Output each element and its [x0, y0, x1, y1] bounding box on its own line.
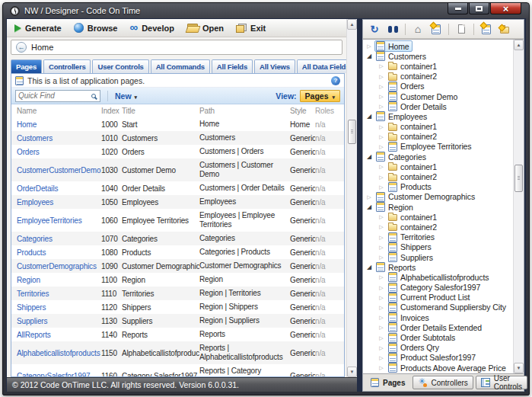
expand-arrow-icon[interactable]: ▷	[377, 325, 385, 330]
page-name-link[interactable]: Region	[17, 276, 40, 284]
table-row[interactable]: CategorySalesfor1997 1160 Category Sales…	[11, 364, 344, 376]
column-header-style[interactable]: Style	[290, 104, 315, 117]
expand-arrow-icon[interactable]: ▷	[377, 335, 385, 341]
tree-item-reports[interactable]: ◢ Reports	[363, 262, 513, 272]
left-scrollbar-track[interactable]	[347, 30, 357, 367]
expand-arrow-icon[interactable]: ▷	[377, 285, 385, 290]
page-name-link[interactable]: Home	[17, 120, 37, 129]
table-row[interactable]: CustomerDemographics 1090 Customer Demog…	[11, 259, 344, 273]
expand-arrow-icon[interactable]: ▷	[377, 305, 385, 310]
expand-arrow-icon[interactable]: ▷	[377, 63, 385, 69]
column-header-title[interactable]: Title	[122, 104, 199, 117]
tree-item-customer-demo[interactable]: ▷ Customer Demo	[363, 91, 513, 101]
tree-item-container2[interactable]: ▷ container2	[363, 171, 513, 181]
expand-arrow-icon[interactable]: ◢	[365, 53, 373, 59]
page-name-link[interactable]: Territories	[17, 290, 49, 298]
home-button[interactable]	[410, 22, 425, 37]
find-button[interactable]	[385, 22, 400, 37]
page-name-link[interactable]: AllReports	[17, 331, 51, 339]
explorer-tab-pages[interactable]: Pages	[365, 376, 410, 389]
open-button[interactable]: Open	[186, 24, 224, 33]
tab-all-commands[interactable]: All Commands	[151, 59, 210, 73]
tree-item-category-salesfor1997[interactable]: ▷ Category Salesfor1997	[363, 283, 513, 293]
page-name-link[interactable]: Employees	[17, 198, 53, 207]
tree-item-container1[interactable]: ▷ container1	[363, 212, 513, 222]
explorer-tab-controllers[interactable]: Controllers	[413, 376, 473, 389]
column-header-index[interactable]: Index	[101, 104, 122, 117]
expand-arrow-icon[interactable]: ▷	[377, 274, 385, 280]
page-name-link[interactable]: EmployeeTerritories	[17, 216, 82, 225]
refresh-button[interactable]	[367, 22, 382, 37]
tab-controllers[interactable]: Controllers	[43, 59, 91, 73]
tree-item-employees[interactable]: ◢ Employees	[363, 111, 513, 121]
scroll-up-icon[interactable]	[347, 19, 357, 30]
quick-find-input[interactable]	[18, 91, 91, 100]
tree-item-customer-demographics[interactable]: ▷ Customer Demographics	[363, 192, 513, 202]
table-row[interactable]: Orders 1020 Orders Customers | Orders Ge…	[11, 145, 344, 158]
expand-arrow-icon[interactable]: ▷	[377, 74, 385, 79]
tree-item-territories[interactable]: ▷ Territories	[363, 232, 513, 242]
expand-arrow-icon[interactable]: ▷	[377, 235, 385, 240]
tree-item-orders[interactable]: ▷ Orders	[363, 82, 513, 91]
tree-item-products-above-average-price[interactable]: ▷ Products Above Average Price	[363, 363, 513, 373]
table-row[interactable]: Territories 1110 Territories Region | Te…	[11, 287, 344, 300]
expand-arrow-icon[interactable]: ▷	[377, 255, 385, 260]
expand-arrow-icon[interactable]: ▷	[377, 94, 385, 99]
page-name-link[interactable]: Categories	[17, 235, 53, 243]
left-scrollbar[interactable]	[346, 19, 357, 377]
breadcrumb[interactable]: Home	[11, 40, 342, 55]
expand-arrow-icon[interactable]: ▷	[377, 144, 385, 149]
explorer-tab-user-controls[interactable]: User Controls	[476, 376, 527, 389]
tree-item-shippers[interactable]: ▷ Shippers	[363, 242, 513, 252]
tab-all-views[interactable]: All Views	[254, 59, 295, 73]
search-icon[interactable]	[91, 94, 96, 98]
expand-arrow-icon[interactable]: ▷	[377, 365, 385, 370]
help-icon[interactable]	[331, 76, 340, 85]
tree-item-container1[interactable]: ▷ container1	[363, 162, 513, 171]
expand-arrow-icon[interactable]: ◢	[365, 204, 373, 210]
new-page-button[interactable]	[479, 22, 494, 37]
tree-item-order-details[interactable]: ▷ Order Details	[363, 101, 513, 111]
tree-item-customerand-suppliersby-city[interactable]: ▷ Customerand Suppliersby City	[363, 303, 513, 312]
view-dropdown[interactable]: Pages	[300, 90, 340, 102]
expand-arrow-icon[interactable]: ▷	[377, 104, 385, 109]
new-folder-button[interactable]	[497, 22, 512, 37]
tree-item-employee-territories[interactable]: ▷ Employee Territories	[363, 142, 513, 152]
expand-arrow-icon[interactable]: ▷	[377, 245, 385, 250]
expand-arrow-icon[interactable]: ◢	[365, 154, 373, 160]
page-name-link[interactable]: Suppliers	[17, 317, 47, 325]
tree-item-region[interactable]: ◢ Region	[363, 202, 513, 212]
left-scrollbar-thumb[interactable]	[348, 120, 356, 144]
tree-item-categories[interactable]: ◢ Categories	[363, 152, 513, 162]
tree-item-invoices[interactable]: ▷ Invoices	[363, 312, 513, 322]
tree-item-product-salesfor1997[interactable]: ▷ Product Salesfor1997	[363, 353, 513, 363]
tree-scrollbar-thumb[interactable]	[514, 165, 523, 192]
table-row[interactable]: Employees 1050 Employees Employees Gener…	[11, 195, 344, 209]
page-name-link[interactable]: Shippers	[17, 303, 46, 312]
tab-all-fields[interactable]: All Fields	[212, 59, 253, 73]
expand-arrow-icon[interactable]: ▷	[377, 345, 385, 351]
expand-arrow-icon[interactable]: ▷	[365, 43, 373, 49]
expand-arrow-icon[interactable]: ▷	[377, 355, 385, 360]
scroll-down-icon[interactable]	[347, 367, 357, 377]
tree-item-current-product-list[interactable]: ▷ Current Product List	[363, 293, 513, 303]
tree-item-home[interactable]: ▷ Home	[363, 41, 513, 51]
minimize-button[interactable]	[448, 3, 468, 14]
tree-scrollbar[interactable]	[513, 40, 524, 373]
expand-arrow-icon[interactable]: ▷	[377, 124, 385, 130]
column-header-path[interactable]: Path	[199, 104, 290, 117]
tree-item-orders-qry[interactable]: ▷ Orders Qry	[363, 343, 513, 353]
expand-arrow-icon[interactable]: ▷	[377, 295, 385, 300]
new-dropdown[interactable]: New	[115, 91, 137, 101]
tree-item-suppliers[interactable]: ▷ Suppliers	[363, 252, 513, 262]
table-row[interactable]: CustomerCustomerDemo 1030 Customer Demo …	[11, 158, 344, 181]
tab-pages[interactable]: Pages	[11, 59, 42, 73]
tree-item-container2[interactable]: ▷ container2	[363, 72, 513, 82]
table-row[interactable]: Region 1100 Region Region Generic n/a	[11, 273, 344, 287]
expand-arrow-icon[interactable]: ▷	[365, 194, 373, 200]
tab-user-controls[interactable]: User Controls	[92, 59, 148, 73]
page-name-link[interactable]: CategorySalesfor1997	[17, 372, 91, 377]
tree-item-alphabeticallistofproducts[interactable]: ▷ Alphabeticallistofproducts	[363, 272, 513, 282]
generate-button[interactable]: Generate	[14, 24, 62, 33]
exit-button[interactable]: Exit	[236, 24, 266, 33]
